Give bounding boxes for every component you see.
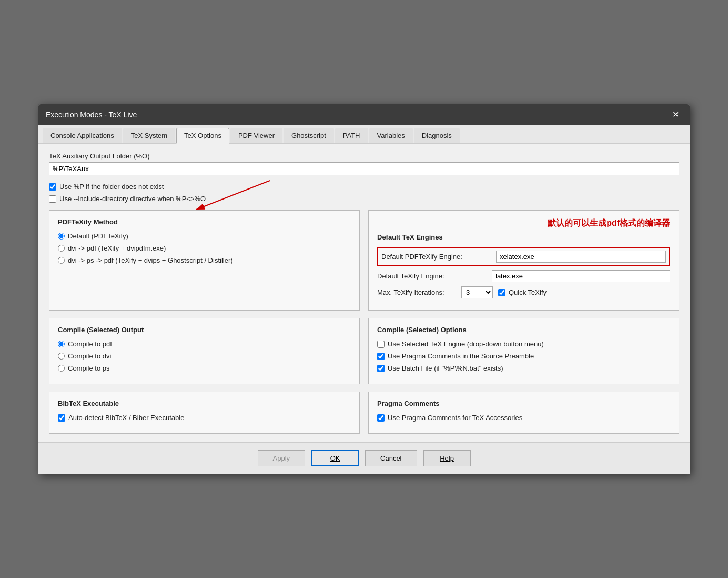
include-dir-checkbox[interactable] — [49, 195, 56, 203]
tab-pdfviewer[interactable]: PDF Viewer — [230, 128, 282, 143]
tex-aux-group: TeX Auxiliary Output Folder (%O) — [49, 152, 679, 175]
use-p-checkbox-row: Use %P if the folder does not exist — [49, 183, 679, 191]
use-pragma-accessories-checkbox[interactable] — [377, 414, 385, 422]
dialog: Execution Modes - TeX Live ✕ Console App… — [38, 104, 690, 474]
ok-label: OK — [330, 454, 340, 462]
radio-dvi-pdf[interactable] — [58, 245, 65, 252]
texify-engine-row: Default TeXify Engine: — [377, 270, 670, 282]
bibtex-panel: BibTeX Executable Auto-detect BibTeX / B… — [49, 392, 360, 434]
compile-pdf-row: Compile to pdf — [58, 340, 351, 348]
compile-output-panel: Compile (Selected) Output Compile to pdf… — [49, 318, 360, 384]
tex-aux-input[interactable] — [49, 162, 679, 175]
use-selected-engine-row: Use Selected TeX Engine (drop-down butto… — [377, 340, 670, 348]
default-tex-engines-panel: 默认的可以生成pdf格式的编译器 Default TeX Engines Def… — [368, 210, 679, 311]
compile-dvi-label: Compile to dvi — [68, 352, 111, 360]
compile-options-panel: Compile (Selected) Options Use Selected … — [368, 318, 679, 384]
pdftexify-engine-input[interactable] — [496, 251, 666, 263]
apply-button[interactable]: Apply — [258, 450, 306, 466]
iterations-label: Max. TeXify Iterations: — [377, 288, 456, 296]
footer: Apply OK Cancel Help — [38, 442, 690, 474]
radio-default-label: Default (PDFTeXify) — [68, 232, 128, 240]
quick-texify-label: Quick TeXify — [509, 288, 547, 296]
chinese-annotation: 默认的可以生成pdf格式的编译器 — [377, 218, 670, 229]
bibtex-title: BibTeX Executable — [58, 400, 351, 407]
pdftexify-engine-label: Default PDFTeXify Engine: — [381, 253, 492, 261]
default-tex-engines-title: Default TeX Engines — [377, 233, 670, 241]
pragma-panel: Pragma Comments Use Pragma Comments for … — [368, 392, 679, 434]
third-two-col: BibTeX Executable Auto-detect BibTeX / B… — [49, 392, 679, 434]
iterations-select[interactable]: 3 1 2 4 5 — [461, 286, 493, 298]
compile-dvi-row: Compile to dvi — [58, 352, 351, 360]
pdftexify-title: PDFTeXify Method — [58, 218, 351, 226]
compile-ps-label: Compile to ps — [68, 364, 109, 372]
title-bar: Execution Modes - TeX Live ✕ — [38, 104, 690, 125]
use-pragma-accessories-row: Use Pragma Comments for TeX Accessories — [377, 414, 670, 422]
tab-ghostscript[interactable]: Ghostscript — [284, 128, 334, 143]
compile-output-title: Compile (Selected) Output — [58, 326, 351, 334]
use-selected-engine-label: Use Selected TeX Engine (drop-down butto… — [388, 340, 544, 348]
tab-diagnosis[interactable]: Diagnosis — [414, 128, 460, 143]
tex-aux-label: TeX Auxiliary Output Folder (%O) — [49, 152, 679, 160]
use-pragma-comments-row: Use Pragma Comments in the Source Preamb… — [377, 352, 670, 360]
radio-default[interactable] — [58, 233, 65, 240]
use-selected-engine-checkbox[interactable] — [377, 341, 385, 348]
quick-texify-row: Quick TeXify — [498, 288, 547, 296]
two-col-layout: PDFTeXify Method Default (PDFTeXify) dvi… — [49, 210, 679, 311]
quick-texify-checkbox[interactable] — [498, 289, 505, 296]
use-pragma-accessories-label: Use Pragma Comments for TeX Accessories — [388, 414, 522, 422]
compile-options-title: Compile (Selected) Options — [377, 326, 670, 334]
tab-bar: Console Applications TeX System TeX Opti… — [38, 125, 690, 144]
include-dir-label: Use --include-directory directive when %… — [59, 195, 206, 203]
tab-variables[interactable]: Variables — [369, 128, 413, 143]
compile-pdf-radio[interactable] — [58, 341, 65, 347]
radio-dvi-pdf-row: dvi -> pdf (TeXify + dvipdfm.exe) — [58, 244, 351, 252]
radio-dvi-ps-pdf-label: dvi -> ps -> pdf (TeXify + dvips + Ghost… — [68, 256, 233, 264]
radio-default-row: Default (PDFTeXify) — [58, 232, 351, 240]
help-label: Help — [440, 454, 454, 462]
bibtex-autodetect-row: Auto-detect BibTeX / Biber Executable — [58, 414, 351, 422]
texify-engine-input[interactable] — [492, 270, 670, 282]
bibtex-autodetect-checkbox[interactable] — [58, 414, 65, 422]
help-button[interactable]: Help — [423, 450, 471, 466]
tab-texoptions[interactable]: TeX Options — [176, 128, 229, 144]
compile-ps-row: Compile to ps — [58, 364, 351, 372]
bibtex-autodetect-label: Auto-detect BibTeX / Biber Executable — [68, 414, 184, 422]
use-batch-file-label: Use Batch File (if "%P\%N.bat" exists) — [388, 364, 503, 372]
radio-dvi-pdf-label: dvi -> pdf (TeXify + dvipdfm.exe) — [68, 244, 166, 252]
use-p-label: Use %P if the folder does not exist — [59, 183, 164, 191]
tab-console[interactable]: Console Applications — [43, 128, 122, 143]
pdftexify-panel: PDFTeXify Method Default (PDFTeXify) dvi… — [49, 210, 360, 311]
compile-dvi-radio[interactable] — [58, 353, 65, 360]
radio-dvi-ps-pdf[interactable] — [58, 257, 65, 264]
use-pragma-comments-label: Use Pragma Comments in the Source Preamb… — [388, 352, 534, 360]
compile-pdf-label: Compile to pdf — [68, 340, 112, 348]
tab-path[interactable]: PATH — [335, 128, 368, 143]
compile-ps-radio[interactable] — [58, 365, 65, 372]
texify-engine-label: Default TeXify Engine: — [377, 272, 488, 280]
use-pragma-comments-checkbox[interactable] — [377, 353, 385, 360]
second-two-col: Compile (Selected) Output Compile to pdf… — [49, 318, 679, 384]
use-batch-file-checkbox[interactable] — [377, 365, 385, 372]
use-p-checkbox[interactable] — [49, 183, 56, 191]
iterations-row: Max. TeXify Iterations: 3 1 2 4 5 Quick … — [377, 286, 670, 298]
pragma-title: Pragma Comments — [377, 400, 670, 407]
include-dir-checkbox-row: Use --include-directory directive when %… — [49, 195, 679, 203]
tab-texsystem[interactable]: TeX System — [123, 128, 175, 143]
ok-button[interactable]: OK — [311, 450, 359, 466]
main-content: TeX Auxiliary Output Folder (%O) Use %P … — [38, 144, 690, 442]
radio-dvi-ps-pdf-row: dvi -> ps -> pdf (TeXify + dvips + Ghost… — [58, 256, 351, 264]
pdftexify-engine-row: Default PDFTeXify Engine: — [377, 247, 670, 266]
use-batch-file-row: Use Batch File (if "%P\%N.bat" exists) — [377, 364, 670, 372]
cancel-button[interactable]: Cancel — [365, 450, 417, 466]
close-button[interactable]: ✕ — [669, 108, 682, 121]
dialog-title: Execution Modes - TeX Live — [46, 111, 137, 119]
